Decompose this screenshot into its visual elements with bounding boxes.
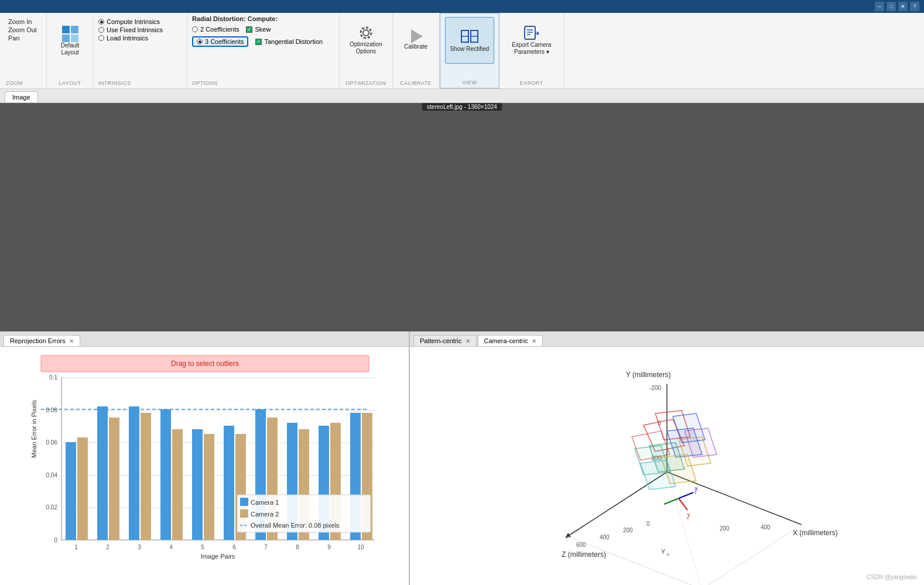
export-camera-params-button[interactable]: Export CameraParameters ▾: [507, 16, 556, 63]
image-tab[interactable]: Image: [5, 91, 38, 102]
main-area: Image stereoLeft.jpg - 1360×1024: [0, 89, 924, 585]
svg-point-0: [363, 30, 369, 36]
svg-text:-200: -200: [649, 385, 661, 391]
export-label: EXPORT: [520, 80, 543, 86]
bottom-panels: Reprojection Errors ✕ Drag to select out…: [0, 331, 924, 585]
rectified-icon: [461, 28, 478, 46]
camera-tab-close[interactable]: ✕: [532, 338, 536, 344]
svg-text:200: 200: [720, 525, 730, 532]
svg-text:Camera 1: Camera 1: [251, 499, 279, 506]
svg-text:0.06: 0.06: [46, 439, 58, 446]
y-axis-label: Mean Error in Pixels: [30, 399, 37, 458]
use-fixed-intrinsics-label: Use Fixed Intrinsics: [107, 26, 163, 33]
svg-line-54: [567, 536, 702, 586]
view-label: VIEW: [462, 80, 477, 85]
svg-text:0: 0: [646, 521, 650, 527]
bar-cam1-5: [192, 429, 203, 540]
reprojection-tab-close[interactable]: ✕: [69, 338, 74, 344]
optimization-options-button[interactable]: OptimizationOptions: [344, 16, 388, 63]
zoom-in-button[interactable]: Zoom In: [6, 18, 34, 26]
load-intrinsics-option[interactable]: Load Intrinsics: [98, 35, 148, 42]
view-section: Show Rectified VIEW: [440, 13, 500, 88]
bar-cam1-6: [224, 426, 234, 540]
show-rectified-btn-label: Show Rectified: [450, 46, 490, 53]
options-title: Radial Distortion: Compute:: [192, 15, 278, 22]
compute-intrinsics-radio[interactable]: [98, 19, 104, 25]
svg-line-79: [679, 492, 693, 498]
two-coeff-label: 2 Coefficients: [200, 26, 239, 33]
calibrate-btn-label: Calibrate: [404, 43, 427, 50]
export-icon: [523, 24, 540, 42]
svg-text:5: 5: [201, 544, 204, 550]
two-coefficients-option[interactable]: 2 Coefficients: [192, 26, 239, 33]
svg-text:c: c: [694, 490, 697, 494]
use-fixed-intrinsics-option[interactable]: Use Fixed Intrinsics: [98, 26, 163, 33]
watermark: CSDN @yangtsejin: [867, 574, 917, 580]
load-intrinsics-radio[interactable]: [98, 35, 104, 41]
camera-centric-label: Camera-centric: [484, 337, 528, 344]
help-button[interactable]: ?: [910, 2, 919, 11]
pan-button[interactable]: Pan: [6, 34, 22, 42]
use-fixed-intrinsics-radio[interactable]: [98, 27, 104, 33]
camera-centric-tab[interactable]: Camera-centric ✕: [478, 335, 543, 346]
svg-text:8: 8: [296, 544, 299, 550]
reprojection-tab-label: Reprojection Errors: [10, 337, 66, 344]
options-section: Radial Distortion: Compute: 2 Coefficien…: [187, 13, 340, 88]
svg-text:0.02: 0.02: [46, 504, 58, 511]
layout-btn-label: DefaultLayout: [61, 42, 80, 56]
chart-area: Drag to select outliers 0 0.02 0.04 0.06…: [0, 347, 409, 585]
three-coeff-radio[interactable]: [197, 39, 203, 45]
play-icon: [411, 29, 423, 43]
filename-bar: stereoLeft.jpg - 1360×1024: [422, 103, 502, 111]
three-coefficients-option[interactable]: 3 Coefficients: [192, 36, 248, 47]
pattern-tab-close[interactable]: ✕: [466, 338, 470, 344]
bar-cam1-3: [129, 406, 139, 540]
svg-text:200: 200: [623, 527, 633, 533]
default-layout-button[interactable]: DefaultLayout: [56, 18, 85, 64]
3d-chart: -200 0 200 600 400 200 0 200 400 Z (mill…: [462, 355, 872, 577]
load-intrinsics-label: Load Intrinsics: [107, 35, 148, 42]
bar-cam2-1: [77, 437, 88, 540]
pattern-centric-tab[interactable]: Pattern-centric ✕: [413, 335, 477, 346]
layout-label: LAYOUT: [59, 80, 81, 86]
tangential-option[interactable]: ✓ Tangential Distortion: [255, 38, 323, 45]
tangential-checkbox[interactable]: ✓: [255, 39, 262, 45]
bar-cam1-1: [66, 442, 76, 540]
zoom-label: ZOOM: [6, 80, 23, 86]
zoom-out-button[interactable]: Zoom Out: [6, 26, 39, 34]
svg-text:2: 2: [106, 544, 109, 550]
three-coeff-label: 3 Coefficients: [205, 38, 244, 45]
reprojection-chart: Drag to select outliers 0 0.02 0.04 0.06…: [29, 353, 392, 563]
radial-options-row: 2 Coefficients ✓ Skew: [192, 25, 271, 33]
bar-cam2-3: [141, 413, 151, 540]
minimize-button[interactable]: ─: [875, 2, 884, 11]
close-button[interactable]: ✕: [898, 2, 908, 11]
compute-intrinsics-option[interactable]: Compute Intrinsics: [98, 18, 160, 25]
svg-text:400: 400: [761, 524, 771, 531]
layout-icon: [62, 26, 78, 42]
drag-select-label: Drag to select outliers: [171, 360, 239, 368]
skew-checkbox[interactable]: ✓: [246, 26, 252, 33]
svg-rect-6: [525, 26, 535, 39]
svg-line-80: [679, 498, 687, 510]
calibrate-button[interactable]: Calibrate: [399, 16, 433, 63]
reprojection-panel: Reprojection Errors ✕ Drag to select out…: [0, 331, 410, 585]
optimization-label: OPTIMIZATION: [345, 80, 386, 86]
optimization-section: OptimizationOptions OPTIMIZATION: [340, 13, 393, 88]
svg-text:c: c: [687, 516, 689, 520]
y-axis-label: Y (millimeters): [626, 371, 670, 379]
svg-text:7: 7: [264, 544, 268, 550]
calibrate-section: Calibrate CALIBRATE: [393, 13, 440, 88]
zoom-section: Zoom In Zoom Out Pan ZOOM: [0, 13, 47, 88]
svg-text:1: 1: [74, 544, 78, 550]
show-rectified-button[interactable]: Show Rectified: [445, 17, 495, 64]
two-coeff-radio[interactable]: [192, 26, 198, 32]
pattern-centric-label: Pattern-centric: [420, 337, 462, 344]
reprojection-tab-bar: Reprojection Errors ✕: [0, 331, 409, 347]
restore-button[interactable]: □: [887, 2, 896, 11]
svg-text:10: 10: [357, 544, 364, 550]
title-bar: ─ □ ✕ ?: [0, 0, 924, 13]
svg-text:0: 0: [54, 537, 57, 543]
skew-option[interactable]: ✓ Skew: [246, 26, 271, 33]
reprojection-tab[interactable]: Reprojection Errors ✕: [4, 335, 80, 346]
